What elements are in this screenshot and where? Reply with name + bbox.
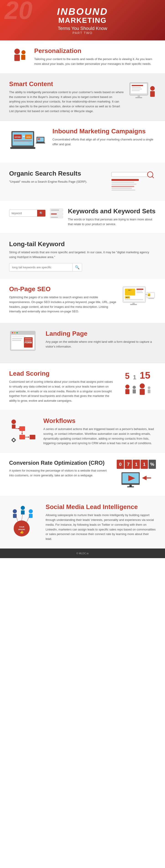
seo-diagram-icon: ALT ALT ALT	[122, 285, 156, 315]
svg-text:👍: 👍	[20, 530, 24, 534]
smart-content-text: The ability to intelligently personalize…	[9, 90, 124, 114]
organic-title: Organic Search Results	[9, 170, 106, 177]
longtail-search-icon[interactable]: 🔍	[73, 263, 82, 271]
svg-rect-53	[136, 292, 143, 293]
svg-point-77	[125, 384, 129, 389]
svg-rect-100	[11, 440, 12, 440]
lead-scoring-text: Customized set of scoring criteria about…	[9, 379, 115, 403]
cro-digit-1b: 1	[140, 460, 148, 469]
social-icon: YOUR BRAND 👍	[9, 503, 39, 537]
svg-rect-11	[135, 97, 142, 98]
footer: © MLDC.io	[0, 549, 165, 558]
header-tagline: Terms You Should Know	[58, 26, 107, 31]
workflows-text: A series of automated actions that are t…	[43, 427, 156, 446]
keywords-section: 🔍 Keywords and Keyword Sets The words or…	[0, 201, 165, 234]
campaigns-text-area: Inbound Marketing Campaigns Concentrated…	[52, 128, 156, 147]
svg-point-97	[13, 439, 14, 441]
svg-rect-37	[112, 188, 132, 189]
svg-rect-101	[15, 440, 16, 440]
keyword-input-box[interactable]: 🔍	[9, 210, 46, 217]
personalization-text: Tailoring your content to the wants and …	[34, 57, 156, 66]
lead-scoring-section: Lead Scoring Customized set of scoring c…	[0, 363, 165, 410]
keyword-search-button[interactable]: 🔍	[37, 210, 45, 216]
organic-icon-area	[110, 170, 156, 194]
keywords-text: The words or topics that personas are tr…	[68, 217, 156, 227]
svg-rect-56	[130, 304, 137, 305]
personalization-icon	[10, 47, 29, 63]
longtail-text: String of related words that are more sp…	[9, 250, 156, 260]
social-title: Social Media Lead Intelligence	[46, 503, 156, 510]
organic-search-icon	[110, 170, 156, 193]
landing-title: Landing Page	[46, 330, 156, 337]
workflows-section: Workflows A series of automated actions …	[0, 410, 165, 453]
svg-rect-75	[25, 340, 32, 341]
svg-rect-51	[136, 289, 143, 290]
svg-point-114	[21, 506, 25, 510]
cro-digit-percent: %	[149, 460, 156, 469]
svg-text:XFER: XFER	[27, 136, 31, 138]
svg-rect-36	[112, 186, 134, 187]
seo-text: Optimizing the pages of a site relative …	[9, 295, 117, 314]
svg-marker-107	[142, 476, 151, 480]
svg-rect-44	[51, 217, 58, 218]
personalization-text-area: Personalization Tailoring your content t…	[34, 47, 156, 66]
svg-rect-38	[112, 190, 135, 191]
onpage-seo-section: On-Page SEO Optimizing the pages of a si…	[0, 279, 165, 323]
organic-section: Organic Search Results "Unpaid" results …	[0, 163, 165, 201]
personalization-icon-area	[9, 47, 30, 63]
lead-score-numbers: 5 1 15	[125, 370, 150, 381]
svg-point-81	[140, 383, 145, 389]
svg-point-65	[12, 332, 13, 333]
cro-icon-area: 0 7 1 1 %	[117, 460, 156, 489]
svg-point-67	[16, 332, 18, 333]
svg-rect-27	[36, 143, 45, 144]
keywords-title: Keywords and Keyword Sets	[68, 208, 156, 215]
svg-rect-98	[13, 438, 14, 439]
svg-rect-52	[136, 290, 142, 291]
personalization-section: Personalization Tailoring your content t…	[0, 40, 165, 73]
svg-rect-106	[127, 487, 134, 487]
cro-conversion-icon	[120, 471, 152, 489]
svg-rect-7	[132, 87, 141, 88]
social-section: YOUR BRAND 👍 Social Media Lead Intellige…	[0, 496, 165, 549]
keywords-icon-area: 🔍	[9, 208, 64, 219]
score-number-1: 1	[133, 374, 136, 381]
landing-page-icon: FORM	[9, 330, 39, 355]
keywords-text-area: Keywords and Keyword Sets The words or t…	[68, 208, 156, 227]
svg-point-83	[148, 386, 151, 389]
smart-content-icon-area	[128, 81, 156, 114]
svg-rect-40	[51, 210, 59, 211]
svg-text:OFFER: OFFER	[14, 136, 20, 138]
smart-content-section: Smart Content The ability to intelligent…	[0, 73, 165, 121]
cro-digit-1: 1	[133, 460, 140, 469]
campaigns-section: OFFER XFER OFFER Inbound Marketing Campa…	[0, 121, 165, 163]
svg-rect-9	[132, 90, 140, 91]
cro-digit-7: 7	[125, 460, 132, 469]
svg-rect-35	[112, 184, 136, 185]
lead-scoring-title: Lead Scoring	[9, 370, 115, 377]
svg-rect-42	[51, 214, 57, 214]
svg-rect-74	[25, 338, 32, 339]
longtail-title: Long-tail Keyword	[9, 241, 156, 248]
svg-rect-69	[12, 336, 26, 337]
svg-rect-33	[112, 179, 139, 181]
keyword-input[interactable]	[9, 210, 37, 216]
svg-text:ALT: ALT	[128, 289, 131, 291]
landing-page-section: FORM Landing Page Any page on the websit…	[0, 323, 165, 363]
svg-line-32	[152, 176, 154, 178]
svg-rect-61	[148, 298, 154, 299]
svg-text:YOUR: YOUR	[19, 526, 24, 528]
svg-rect-30	[112, 172, 148, 177]
svg-point-0	[14, 49, 20, 54]
svg-rect-82	[140, 389, 145, 395]
svg-rect-16	[10, 147, 35, 149]
cro-text-area: Conversion Rate Optimization (CRO) A sys…	[9, 460, 112, 478]
longtail-section: Long-tail Keyword String of related word…	[0, 234, 165, 279]
svg-rect-92	[19, 435, 25, 439]
longtail-search-input[interactable]	[9, 264, 73, 271]
longtail-search-box[interactable]: 🔍	[9, 263, 82, 272]
social-text: Allowing salespeople to nurture their le…	[46, 513, 156, 541]
cro-digits: 0 7 1 1 %	[117, 460, 156, 469]
cro-text: A system for increasing the percentage o…	[9, 468, 112, 478]
lead-scoring-text-area: Lead Scoring Customized set of scoring c…	[9, 370, 115, 403]
